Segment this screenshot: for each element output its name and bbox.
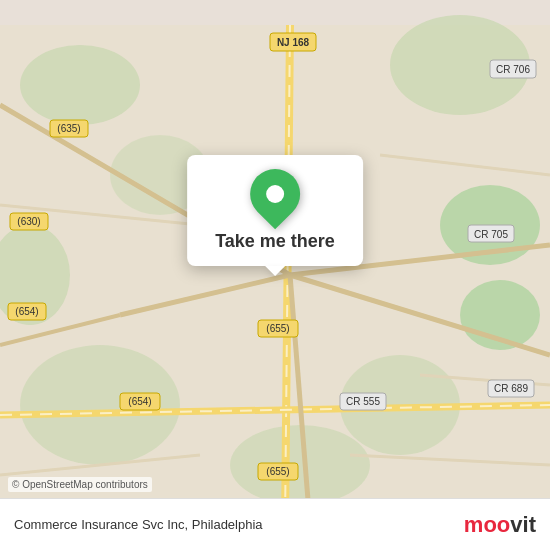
svg-text:NJ 168: NJ 168 xyxy=(277,37,310,48)
svg-text:(635): (635) xyxy=(57,123,80,134)
map-container: NJ 168 NJ 168 CR 706 (635) (630) (654) C… xyxy=(0,0,550,550)
svg-point-8 xyxy=(230,425,370,505)
map-pin-icon xyxy=(240,159,311,230)
svg-text:(655): (655) xyxy=(266,323,289,334)
svg-text:(630): (630) xyxy=(17,216,40,227)
moovit-logo: moovit xyxy=(464,512,536,538)
svg-text:(654): (654) xyxy=(15,306,38,317)
svg-text:CR 706: CR 706 xyxy=(496,64,530,75)
tooltip-container: Take me there xyxy=(187,155,363,266)
cta-card: Take me there xyxy=(187,155,363,266)
location-name: Commerce Insurance Svc Inc, Philadelphia xyxy=(14,517,263,532)
svg-text:CR 689: CR 689 xyxy=(494,383,528,394)
svg-point-1 xyxy=(20,45,140,125)
bottom-bar: Commerce Insurance Svc Inc, Philadelphia… xyxy=(0,498,550,550)
map-attribution: © OpenStreetMap contributors xyxy=(8,477,152,492)
moovit-logo-text: moovit xyxy=(464,512,536,538)
svg-text:CR 705: CR 705 xyxy=(474,229,508,240)
moovit-logo-vit: vit xyxy=(510,512,536,537)
svg-text:(655): (655) xyxy=(266,466,289,477)
svg-text:(654): (654) xyxy=(128,396,151,407)
svg-text:CR 555: CR 555 xyxy=(346,396,380,407)
take-me-there-button[interactable]: Take me there xyxy=(215,231,335,252)
pin-inner-circle xyxy=(266,185,284,203)
moovit-logo-moo: moo xyxy=(464,512,510,537)
